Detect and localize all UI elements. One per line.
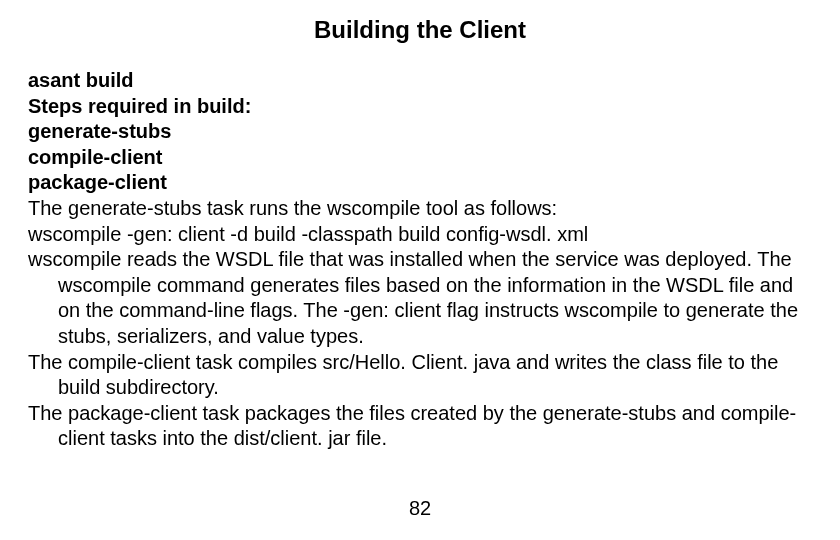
line-asant-build: asant build [28, 68, 812, 94]
line-compile-client: compile-client [28, 145, 812, 171]
slide-title: Building the Client [28, 16, 812, 44]
line-package-client-desc: The package-client task packages the fil… [28, 401, 812, 452]
slide-page: Building the Client asant build Steps re… [0, 0, 840, 540]
line-wscompile-explain: wscompile reads the WSDL file that was i… [28, 247, 812, 349]
line-generate-stubs-desc: The generate-stubs task runs the wscompi… [28, 196, 812, 222]
line-generate-stubs: generate-stubs [28, 119, 812, 145]
line-package-client: package-client [28, 170, 812, 196]
line-steps-heading: Steps required in build: [28, 94, 812, 120]
line-wscompile-cmd: wscompile -gen: client -d build -classpa… [28, 222, 812, 248]
slide-body: asant build Steps required in build: gen… [28, 68, 812, 452]
page-number: 82 [0, 497, 840, 520]
line-compile-client-desc: The compile-client task compiles src/Hel… [28, 350, 812, 401]
